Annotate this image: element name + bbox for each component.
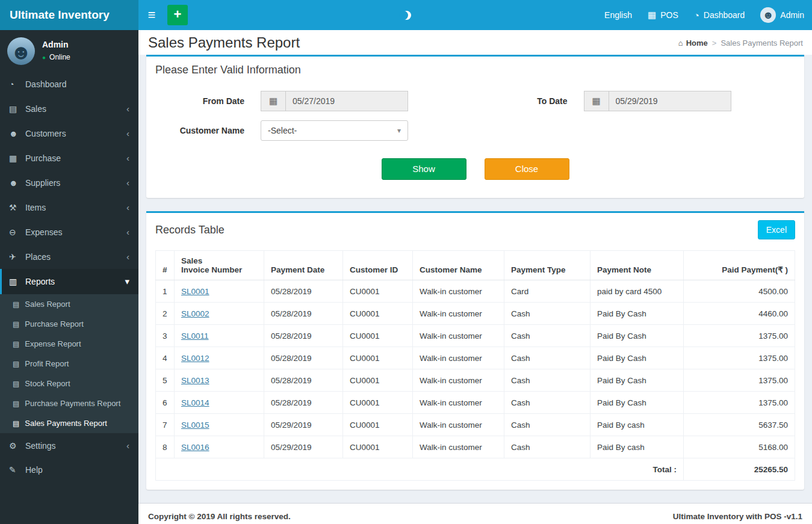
invoice-link[interactable]: SL0016 <box>181 443 209 452</box>
customer-select-value: -Select- <box>268 126 297 135</box>
sidebar-toggle-button[interactable]: ≡ <box>138 0 165 30</box>
sidebar-item-sales[interactable]: ▤Sales‹ <box>0 96 138 121</box>
sidebar-subitem-purchase-report[interactable]: ▤Purchase Report <box>0 314 138 334</box>
col-payment-note: Payment Note <box>590 251 684 280</box>
add-button[interactable]: + <box>167 5 188 25</box>
user-status: ● Online <box>42 53 70 61</box>
sidebar-subitem-expense-report[interactable]: ▤Expense Report <box>0 334 138 354</box>
user-panel: ☻ Admin ● Online <box>0 30 138 72</box>
sidebar-item-settings[interactable]: ⚙Settings‹ <box>0 433 138 458</box>
cell-paid: 1375.00 <box>684 369 795 392</box>
topbar-right: English ▦ POS ◔ Dashboard ☻ Admin <box>597 0 812 30</box>
table-header-row: # Sales Invoice Number Payment Date Cust… <box>156 251 795 280</box>
sidebar-subitem-purchase-payments-report[interactable]: ▤Purchase Payments Report <box>0 393 138 413</box>
invoice-link[interactable]: SL0013 <box>181 376 209 385</box>
table-row: 4SL001205/28/2019CU0001Walk-in customerC… <box>156 347 795 369</box>
cell-customer-id: CU0001 <box>343 280 413 303</box>
invoice-link[interactable]: SL0011 <box>181 331 209 341</box>
sidebar-item-label: Dashboard <box>25 79 129 89</box>
brand-title: Ultimate Inventory <box>10 8 110 22</box>
close-button[interactable]: Close <box>485 158 569 180</box>
cell-paid: 4500.00 <box>684 280 795 303</box>
cell-payment-type: Card <box>504 280 590 303</box>
sidebar-subitem-stock-report[interactable]: ▤Stock Report <box>0 374 138 393</box>
sidebar-item-items[interactable]: ⚒Items‹ <box>0 195 138 220</box>
invoice-link[interactable]: SL0012 <box>181 354 209 363</box>
invoice-link[interactable]: SL0001 <box>181 287 209 296</box>
theme-toggle[interactable] <box>396 0 414 30</box>
filter-panel-title: Please Enter Valid Information <box>155 64 301 76</box>
cell-paid: 1375.00 <box>684 347 795 369</box>
user-menu[interactable]: ☻ Admin <box>752 0 812 30</box>
sidebar-subitem-label: Expense Report <box>25 339 81 348</box>
from-date-input[interactable] <box>285 91 408 111</box>
cell-customer-name: Walk-in customer <box>413 392 504 414</box>
sidebar-subitem-sales-report[interactable]: ▤Sales Report <box>0 294 138 314</box>
report-file-icon: ▤ <box>13 399 19 408</box>
cell-payment-note: paid by card 4500 <box>590 280 684 303</box>
cell-customer-id: CU0001 <box>343 436 413 458</box>
chevron-left-icon: ‹ <box>126 177 129 188</box>
pos-link[interactable]: ▦ POS <box>640 0 686 30</box>
to-date-input[interactable] <box>609 91 731 111</box>
expenses-icon: ⊖ <box>9 227 25 237</box>
online-status-icon: ● <box>42 54 46 61</box>
cell-customer-name: Walk-in customer <box>413 303 504 325</box>
customer-name-select[interactable]: -Select- ▾ <box>261 120 408 141</box>
records-table-wrap: # Sales Invoice Number Payment Date Cust… <box>146 247 804 490</box>
sidebar-item-places[interactable]: ✈Places‹ <box>0 244 138 269</box>
cell-customer-name: Walk-in customer <box>413 347 504 369</box>
cell-invoice: SL0014 <box>175 392 264 414</box>
cell-payment-date: 05/28/2019 <box>264 325 343 347</box>
cell-customer-id: CU0001 <box>343 414 413 436</box>
dashboard-link[interactable]: ◔ Dashboard <box>686 0 753 30</box>
sidebar-subitem-label: Sales Payments Report <box>25 419 107 428</box>
sidebar-item-help[interactable]: ✎Help <box>0 458 138 482</box>
show-button[interactable]: Show <box>382 158 466 180</box>
language-selector[interactable]: English <box>597 0 640 30</box>
avatar: ☻ <box>760 7 776 23</box>
filter-form: From Date ▦ To Date ▦ <box>146 84 804 198</box>
invoice-link[interactable]: SL0002 <box>181 309 209 318</box>
cell-num: 3 <box>156 325 175 347</box>
pos-label: POS <box>660 10 678 20</box>
table-row: 6SL001405/28/2019CU0001Walk-in customerC… <box>156 392 795 414</box>
cell-invoice: SL0012 <box>175 347 264 369</box>
sidebar-item-customers[interactable]: ☻Customers‹ <box>0 121 138 146</box>
calendar-icon: ▦ <box>261 91 285 111</box>
table-row: 2SL000205/28/2019CU0001Walk-in customerC… <box>156 303 795 325</box>
sidebar-subitem-sales-payments-report[interactable]: ▤Sales Payments Report <box>0 413 138 433</box>
col-invoice: Sales Invoice Number <box>175 251 264 280</box>
cell-payment-note: Paid By cash <box>590 414 684 436</box>
sidebar-subitem-profit-report[interactable]: ▤Profit Report <box>0 354 138 374</box>
breadcrumb-separator: > <box>712 39 717 48</box>
breadcrumb-home[interactable]: ⌂ Home <box>678 39 708 48</box>
invoice-link[interactable]: SL0014 <box>181 398 209 407</box>
sidebar-item-suppliers[interactable]: ☻Suppliers‹ <box>0 170 138 195</box>
home-icon: ⌂ <box>678 39 683 48</box>
col-number: # <box>156 251 175 280</box>
sidebar-subitem-label: Purchase Payments Report <box>25 399 120 408</box>
sidebar-item-expenses[interactable]: ⊖Expenses‹ <box>0 220 138 244</box>
cell-payment-type: Cash <box>504 436 590 458</box>
customer-name-label: Customer Name <box>152 126 261 135</box>
topbar: Ultimate Inventory ≡ + English ▦ POS ◔ D… <box>0 0 812 30</box>
cell-num: 1 <box>156 280 175 303</box>
sidebar-item-dashboard[interactable]: ◔Dashboard <box>0 72 138 96</box>
cell-num: 4 <box>156 347 175 369</box>
excel-export-button[interactable]: Excel <box>758 220 795 239</box>
cell-invoice: SL0015 <box>175 414 264 436</box>
sidebar-item-reports[interactable]: ▥Reports▾ <box>0 269 138 294</box>
chevron-left-icon: ‹ <box>126 128 129 138</box>
chevron-down-icon: ▾ <box>125 276 129 287</box>
cell-paid: 5637.50 <box>684 414 795 436</box>
breadcrumb: ⌂ Home > Sales Payments Report <box>678 39 803 48</box>
to-date-group: To Date ▦ <box>476 91 799 111</box>
sidebar-item-purchase[interactable]: ▦Purchase‹ <box>0 146 138 170</box>
invoice-link[interactable]: SL0015 <box>181 421 209 430</box>
records-table: # Sales Invoice Number Payment Date Cust… <box>155 250 795 481</box>
brand[interactable]: Ultimate Inventory <box>0 0 138 30</box>
items-icon: ⚒ <box>9 203 25 212</box>
sidebar-item-label: Help <box>25 465 129 475</box>
user-avatar: ☻ <box>7 37 35 65</box>
